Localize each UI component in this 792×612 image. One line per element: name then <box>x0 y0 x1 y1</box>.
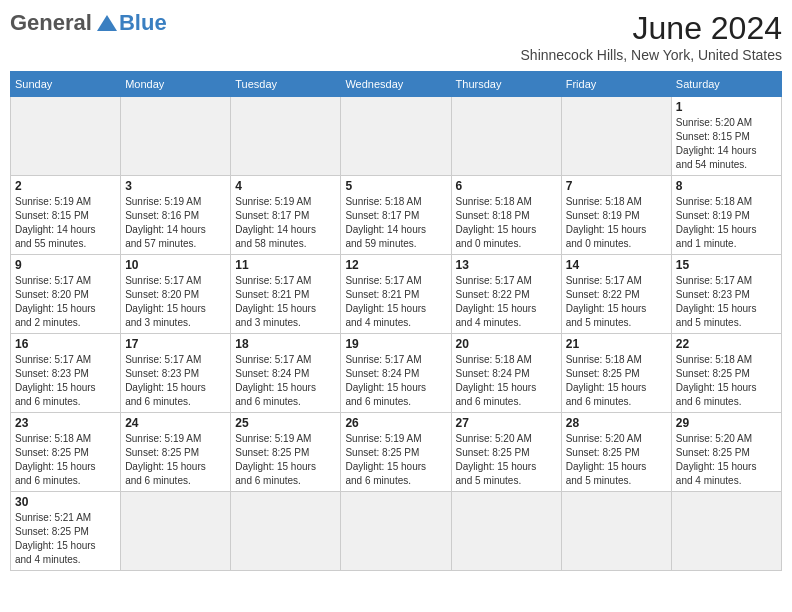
day-number: 4 <box>235 179 336 193</box>
calendar-cell: 26Sunrise: 5:19 AM Sunset: 8:25 PM Dayli… <box>341 413 451 492</box>
week-row-3: 9Sunrise: 5:17 AM Sunset: 8:20 PM Daylig… <box>11 255 782 334</box>
logo-general: General <box>10 10 92 36</box>
day-number: 11 <box>235 258 336 272</box>
calendar-cell: 9Sunrise: 5:17 AM Sunset: 8:20 PM Daylig… <box>11 255 121 334</box>
day-info: Sunrise: 5:18 AM Sunset: 8:25 PM Dayligh… <box>15 432 116 488</box>
day-number: 28 <box>566 416 667 430</box>
day-info: Sunrise: 5:17 AM Sunset: 8:24 PM Dayligh… <box>345 353 446 409</box>
weekday-header-row: SundayMondayTuesdayWednesdayThursdayFrid… <box>11 72 782 97</box>
week-row-4: 16Sunrise: 5:17 AM Sunset: 8:23 PM Dayli… <box>11 334 782 413</box>
logo-blue-text: Blue <box>119 10 167 36</box>
calendar-cell: 3Sunrise: 5:19 AM Sunset: 8:16 PM Daylig… <box>121 176 231 255</box>
day-info: Sunrise: 5:19 AM Sunset: 8:25 PM Dayligh… <box>345 432 446 488</box>
weekday-header-friday: Friday <box>561 72 671 97</box>
calendar-cell: 8Sunrise: 5:18 AM Sunset: 8:19 PM Daylig… <box>671 176 781 255</box>
day-number: 30 <box>15 495 116 509</box>
location: Shinnecock Hills, New York, United State… <box>521 47 782 63</box>
day-info: Sunrise: 5:19 AM Sunset: 8:25 PM Dayligh… <box>235 432 336 488</box>
calendar-cell: 22Sunrise: 5:18 AM Sunset: 8:25 PM Dayli… <box>671 334 781 413</box>
day-number: 29 <box>676 416 777 430</box>
logo-triangle-icon <box>97 15 117 31</box>
week-row-1: 1Sunrise: 5:20 AM Sunset: 8:15 PM Daylig… <box>11 97 782 176</box>
day-info: Sunrise: 5:18 AM Sunset: 8:24 PM Dayligh… <box>456 353 557 409</box>
calendar-cell <box>561 492 671 571</box>
day-number: 24 <box>125 416 226 430</box>
calendar-cell <box>341 492 451 571</box>
logo: General Blue <box>10 10 167 36</box>
weekday-header-sunday: Sunday <box>11 72 121 97</box>
calendar-cell: 27Sunrise: 5:20 AM Sunset: 8:25 PM Dayli… <box>451 413 561 492</box>
weekday-header-tuesday: Tuesday <box>231 72 341 97</box>
day-number: 23 <box>15 416 116 430</box>
day-info: Sunrise: 5:17 AM Sunset: 8:20 PM Dayligh… <box>125 274 226 330</box>
calendar-cell: 25Sunrise: 5:19 AM Sunset: 8:25 PM Dayli… <box>231 413 341 492</box>
title-area: June 2024 Shinnecock Hills, New York, Un… <box>521 10 782 63</box>
day-info: Sunrise: 5:20 AM Sunset: 8:25 PM Dayligh… <box>566 432 667 488</box>
day-info: Sunrise: 5:21 AM Sunset: 8:25 PM Dayligh… <box>15 511 116 567</box>
day-info: Sunrise: 5:18 AM Sunset: 8:19 PM Dayligh… <box>566 195 667 251</box>
weekday-header-saturday: Saturday <box>671 72 781 97</box>
logo-icon: General <box>10 10 117 36</box>
day-info: Sunrise: 5:19 AM Sunset: 8:25 PM Dayligh… <box>125 432 226 488</box>
day-number: 18 <box>235 337 336 351</box>
day-info: Sunrise: 5:18 AM Sunset: 8:18 PM Dayligh… <box>456 195 557 251</box>
calendar-cell <box>121 97 231 176</box>
day-number: 10 <box>125 258 226 272</box>
day-info: Sunrise: 5:20 AM Sunset: 8:15 PM Dayligh… <box>676 116 777 172</box>
calendar-cell: 7Sunrise: 5:18 AM Sunset: 8:19 PM Daylig… <box>561 176 671 255</box>
day-info: Sunrise: 5:17 AM Sunset: 8:21 PM Dayligh… <box>345 274 446 330</box>
calendar-cell: 14Sunrise: 5:17 AM Sunset: 8:22 PM Dayli… <box>561 255 671 334</box>
weekday-header-monday: Monday <box>121 72 231 97</box>
day-number: 26 <box>345 416 446 430</box>
calendar-cell: 4Sunrise: 5:19 AM Sunset: 8:17 PM Daylig… <box>231 176 341 255</box>
day-number: 14 <box>566 258 667 272</box>
month-title: June 2024 <box>521 10 782 47</box>
calendar-cell <box>11 97 121 176</box>
day-info: Sunrise: 5:18 AM Sunset: 8:19 PM Dayligh… <box>676 195 777 251</box>
calendar-cell: 13Sunrise: 5:17 AM Sunset: 8:22 PM Dayli… <box>451 255 561 334</box>
calendar-cell: 10Sunrise: 5:17 AM Sunset: 8:20 PM Dayli… <box>121 255 231 334</box>
day-info: Sunrise: 5:20 AM Sunset: 8:25 PM Dayligh… <box>676 432 777 488</box>
calendar-cell <box>561 97 671 176</box>
calendar-cell <box>671 492 781 571</box>
day-number: 9 <box>15 258 116 272</box>
calendar-cell: 5Sunrise: 5:18 AM Sunset: 8:17 PM Daylig… <box>341 176 451 255</box>
calendar-cell <box>231 97 341 176</box>
calendar-cell <box>451 492 561 571</box>
day-number: 13 <box>456 258 557 272</box>
calendar-cell <box>451 97 561 176</box>
day-info: Sunrise: 5:17 AM Sunset: 8:22 PM Dayligh… <box>566 274 667 330</box>
weekday-header-thursday: Thursday <box>451 72 561 97</box>
day-number: 20 <box>456 337 557 351</box>
calendar-cell <box>231 492 341 571</box>
day-number: 1 <box>676 100 777 114</box>
day-number: 5 <box>345 179 446 193</box>
calendar-cell: 21Sunrise: 5:18 AM Sunset: 8:25 PM Dayli… <box>561 334 671 413</box>
calendar-cell: 16Sunrise: 5:17 AM Sunset: 8:23 PM Dayli… <box>11 334 121 413</box>
calendar-cell: 1Sunrise: 5:20 AM Sunset: 8:15 PM Daylig… <box>671 97 781 176</box>
day-number: 17 <box>125 337 226 351</box>
calendar-cell: 6Sunrise: 5:18 AM Sunset: 8:18 PM Daylig… <box>451 176 561 255</box>
day-info: Sunrise: 5:17 AM Sunset: 8:23 PM Dayligh… <box>676 274 777 330</box>
day-info: Sunrise: 5:18 AM Sunset: 8:25 PM Dayligh… <box>566 353 667 409</box>
calendar-cell: 30Sunrise: 5:21 AM Sunset: 8:25 PM Dayli… <box>11 492 121 571</box>
day-info: Sunrise: 5:19 AM Sunset: 8:17 PM Dayligh… <box>235 195 336 251</box>
day-info: Sunrise: 5:17 AM Sunset: 8:24 PM Dayligh… <box>235 353 336 409</box>
day-number: 22 <box>676 337 777 351</box>
calendar-cell <box>341 97 451 176</box>
calendar-cell: 29Sunrise: 5:20 AM Sunset: 8:25 PM Dayli… <box>671 413 781 492</box>
week-row-2: 2Sunrise: 5:19 AM Sunset: 8:15 PM Daylig… <box>11 176 782 255</box>
day-info: Sunrise: 5:17 AM Sunset: 8:21 PM Dayligh… <box>235 274 336 330</box>
day-info: Sunrise: 5:18 AM Sunset: 8:25 PM Dayligh… <box>676 353 777 409</box>
day-info: Sunrise: 5:17 AM Sunset: 8:22 PM Dayligh… <box>456 274 557 330</box>
day-number: 6 <box>456 179 557 193</box>
day-info: Sunrise: 5:19 AM Sunset: 8:16 PM Dayligh… <box>125 195 226 251</box>
day-number: 15 <box>676 258 777 272</box>
calendar-cell: 12Sunrise: 5:17 AM Sunset: 8:21 PM Dayli… <box>341 255 451 334</box>
calendar-cell: 18Sunrise: 5:17 AM Sunset: 8:24 PM Dayli… <box>231 334 341 413</box>
header: General Blue June 2024 Shinnecock Hills,… <box>10 10 782 63</box>
day-number: 27 <box>456 416 557 430</box>
day-info: Sunrise: 5:20 AM Sunset: 8:25 PM Dayligh… <box>456 432 557 488</box>
day-number: 21 <box>566 337 667 351</box>
calendar-cell: 2Sunrise: 5:19 AM Sunset: 8:15 PM Daylig… <box>11 176 121 255</box>
